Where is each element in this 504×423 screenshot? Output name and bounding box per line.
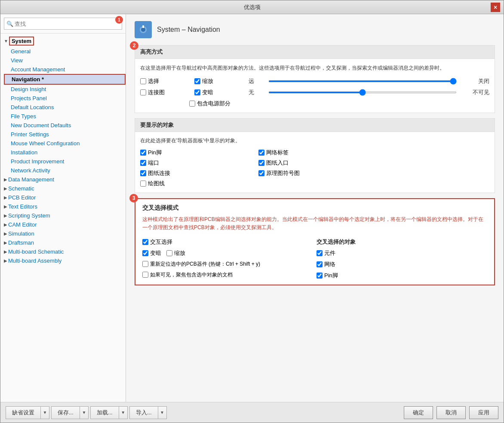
check-drawwire-label: 绘图线 xyxy=(148,180,165,187)
highlight-row-1: 选择 缩放 远 关闭 xyxy=(140,77,489,85)
sidebar-item-default-locations[interactable]: Default Locations xyxy=(4,103,126,112)
cross-relocate-input[interactable] xyxy=(142,261,148,267)
checkbox-dim: 变暗 xyxy=(194,89,242,96)
sidebar-item-file-types[interactable]: File Types xyxy=(4,112,126,121)
sidebar-item-installation[interactable]: Installation xyxy=(4,148,126,157)
highlight-section-title: 高亮方式 xyxy=(135,46,495,59)
te-label: Text Editors xyxy=(8,203,37,210)
cross-focus-input[interactable] xyxy=(142,272,148,278)
load-button[interactable]: 加载... xyxy=(90,406,119,419)
checkbox-connect-input[interactable] xyxy=(140,89,146,95)
cross-zoom-input[interactable] xyxy=(166,250,172,256)
cross-pin-input[interactable] xyxy=(317,273,323,279)
slider-none-end: 不可见 xyxy=(464,89,489,96)
cross-dim: 变暗 xyxy=(142,249,161,257)
defaults-button[interactable]: 缺省设置 xyxy=(6,406,41,419)
checkbox-zoom: 缩放 xyxy=(194,77,242,85)
sidebar-item-view[interactable]: View xyxy=(4,56,126,65)
cross-interactive-select-input[interactable] xyxy=(142,239,148,245)
check-netlabel-label: 网络标签 xyxy=(266,149,289,156)
sidebar-item-account-mgmt[interactable]: Account Management xyxy=(4,65,126,74)
tree-item-text-editors[interactable]: ▶ Text Editors xyxy=(0,202,126,211)
tree-item-cam-editor[interactable]: ▶ CAM Editor xyxy=(0,220,126,229)
tree-item-data-management[interactable]: ▶ Data Management xyxy=(0,175,126,184)
cam-label: CAM Editor xyxy=(8,221,37,228)
tree-item-scripting[interactable]: ▶ Scripting System xyxy=(0,211,126,220)
cross-interactive-select: 交互选择 xyxy=(142,238,313,246)
checkbox-select: 选择 xyxy=(140,77,187,85)
checkbox-dim-label: 变暗 xyxy=(202,89,213,96)
check-schsymbol-input[interactable] xyxy=(258,170,264,176)
check-schsymbol-label: 原理图符号图 xyxy=(266,169,300,177)
svg-point-2 xyxy=(141,28,145,32)
slider-none[interactable] xyxy=(268,92,457,93)
sidebar-item-mouse-wheel[interactable]: Mouse Wheel Configuration xyxy=(4,139,126,148)
check-pin-input[interactable] xyxy=(140,150,146,156)
highlight-section: 2 高亮方式 在这里选择用于在导航过程中高亮图形对象的方法。这些选项用于在导航过… xyxy=(135,45,495,113)
load-arrow[interactable]: ▼ xyxy=(119,406,128,419)
cross-left-col: 交互选择 变暗 缩放 xyxy=(142,238,313,279)
close-button[interactable]: × xyxy=(491,3,500,12)
sch-label: Schematic xyxy=(8,185,34,192)
tree-item-multiboard-sch[interactable]: ▶ Multi-board Schematic xyxy=(0,247,126,256)
expand-arrow-te: ▶ xyxy=(4,204,7,209)
dm-label: Data Management xyxy=(8,176,54,183)
slider-far[interactable] xyxy=(268,80,457,82)
tree-item-multiboard-asm[interactable]: ▶ Multi-board Assembly xyxy=(0,256,126,265)
check-sheetconn-label: 图纸连接 xyxy=(148,169,170,177)
tree-item-pcb-editor[interactable]: ▶ PCB Editor xyxy=(0,193,126,202)
import-arrow[interactable]: ▼ xyxy=(158,406,167,419)
checkbox-select-label: 选择 xyxy=(148,77,159,85)
save-arrow[interactable]: ▼ xyxy=(80,406,89,419)
sidebar-item-design-insight[interactable]: Design Insight xyxy=(4,85,126,94)
sc-label: Scripting System xyxy=(8,212,50,219)
expand-arrow-mba: ▶ xyxy=(4,258,7,263)
cross-net-input[interactable] xyxy=(317,261,323,267)
check-sheetconn-input[interactable] xyxy=(140,170,146,176)
btn-group-import: 导入... ▼ xyxy=(129,406,167,419)
checkbox-select-input[interactable] xyxy=(140,78,146,84)
cancel-button[interactable]: 取消 xyxy=(436,406,466,419)
defaults-arrow[interactable]: ▼ xyxy=(41,406,49,419)
check-port-input[interactable] xyxy=(140,160,146,166)
panel-title: System – Navigation xyxy=(157,26,220,34)
cross-dim-input[interactable] xyxy=(142,250,148,256)
tree-item-simulation[interactable]: ▶ Simulation xyxy=(0,229,126,238)
checkbox-power-input[interactable] xyxy=(189,101,195,107)
expand-arrow-mbs: ▶ xyxy=(4,249,7,254)
expand-arrow-cam: ▶ xyxy=(4,222,7,227)
check-netlabel-input[interactable] xyxy=(258,150,264,156)
tree-item-draftsman[interactable]: ▶ Draftsman xyxy=(0,238,126,247)
cross-zoom-label: 缩放 xyxy=(174,249,185,257)
check-sheetentry-input[interactable] xyxy=(258,160,264,166)
checkbox-dim-input[interactable] xyxy=(194,89,200,95)
sidebar-item-network-activity[interactable]: Network Activity xyxy=(4,166,126,175)
check-empty-1 xyxy=(376,149,489,156)
apply-button[interactable]: 应用 xyxy=(469,406,498,419)
tree: ▼ System General View Account Management… xyxy=(0,34,126,402)
sidebar-item-general[interactable]: General xyxy=(4,47,126,56)
cross-comp-input[interactable] xyxy=(317,250,323,256)
cross-zoom: 缩放 xyxy=(166,249,185,257)
sidebar-item-product-improvement[interactable]: Product Improvement xyxy=(4,157,126,166)
ok-button[interactable]: 确定 xyxy=(404,406,433,419)
sidebar-item-projects-panel[interactable]: Projects Panel xyxy=(4,94,126,103)
checkbox-zoom-input[interactable] xyxy=(194,78,200,84)
import-button[interactable]: 导入... xyxy=(129,406,158,419)
cross-pin-label: Pin脚 xyxy=(324,272,338,279)
sidebar-item-new-doc-defaults[interactable]: New Document Defaults xyxy=(4,121,126,130)
check-drawwire-input[interactable] xyxy=(140,181,146,187)
content-area: 🔍 1 ▼ System General View Account Manage… xyxy=(0,14,504,402)
sidebar-item-printer-settings[interactable]: Printer Settings xyxy=(4,130,126,139)
cross-desc: 这种模式给出了在原理图和PCB编辑器之间选择对象的能力。当此模式在一个编辑器中的… xyxy=(142,215,487,232)
tree-item-system[interactable]: ▼ System xyxy=(0,35,126,47)
mba-label: Multi-board Assembly xyxy=(8,257,61,264)
save-button[interactable]: 保存... xyxy=(51,406,80,419)
tree-item-schematic[interactable]: ▶ Schematic xyxy=(0,184,126,193)
sidebar-item-navigation[interactable]: Navigation * xyxy=(4,74,126,85)
check-sheetconn: 图纸连接 xyxy=(140,169,253,177)
slider-none-label: 无 xyxy=(249,89,261,96)
expand-arrow-pcb: ▶ xyxy=(4,195,7,200)
search-input[interactable] xyxy=(4,18,122,30)
bottom-bar: 缺省设置 ▼ 保存... ▼ 加载... ▼ 导入... ▼ 确定 取消 应用 xyxy=(0,402,504,423)
